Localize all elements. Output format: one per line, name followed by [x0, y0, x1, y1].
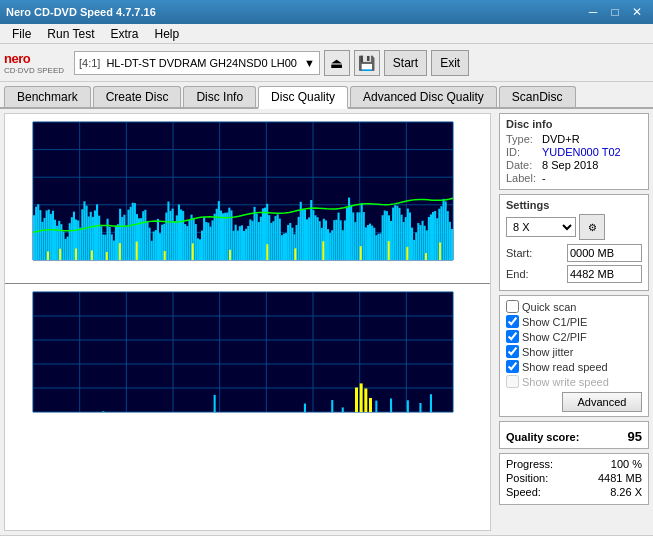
drive-name: HL-DT-ST DVDRAM GH24NSD0 LH00: [106, 57, 297, 69]
end-mb-row: End:: [506, 265, 642, 283]
disc-label-row: Label: -: [506, 172, 642, 184]
quality-score-label: Quality score:: [506, 431, 579, 443]
top-chart-canvas: [5, 114, 481, 282]
main-content: Disc info Type: DVD+R ID: YUDEN000 T02 D…: [0, 109, 653, 535]
progress-value: 100 %: [611, 458, 642, 470]
disc-id-row: ID: YUDEN000 T02: [506, 146, 642, 158]
tab-create-disc[interactable]: Create Disc: [93, 86, 182, 107]
speed-row: 8 X ⚙: [506, 214, 642, 240]
quality-score-row: Quality score: 95: [506, 429, 642, 444]
advanced-button[interactable]: Advanced: [562, 392, 642, 412]
settings-title: Settings: [506, 199, 642, 211]
menu-bar: File Run Test Extra Help: [0, 24, 653, 44]
settings-icon-btn[interactable]: ⚙: [579, 214, 605, 240]
logo: nero CD·DVD SPEED: [4, 51, 64, 75]
start-button[interactable]: Start: [384, 50, 427, 76]
quick-scan-checkbox[interactable]: [506, 300, 519, 313]
type-value: DVD+R: [542, 133, 580, 145]
quality-score-value: 95: [628, 429, 642, 444]
chart-bottom: [5, 284, 490, 530]
id-value: YUDEN000 T02: [542, 146, 621, 158]
quality-panel: Quality score: 95: [499, 421, 649, 449]
progress-panel: Progress: 100 % Position: 4481 MB Speed:…: [499, 453, 649, 505]
exit-button[interactable]: Exit: [431, 50, 469, 76]
drive-dropdown-icon[interactable]: ▼: [304, 57, 315, 69]
tab-disc-quality[interactable]: Disc Quality: [258, 86, 348, 109]
show-read-speed-checkbox[interactable]: [506, 360, 519, 373]
menu-extra[interactable]: Extra: [102, 25, 146, 43]
chart-area: [4, 113, 491, 531]
bottom-chart-canvas: [5, 284, 481, 434]
show-jitter-checkbox[interactable]: [506, 345, 519, 358]
eject-icon-btn[interactable]: ⏏: [324, 50, 350, 76]
title-bar: Nero CD-DVD Speed 4.7.7.16 ─ □ ✕: [0, 0, 653, 24]
maximize-button[interactable]: □: [605, 4, 625, 20]
speed-value: 8.26 X: [610, 486, 642, 498]
show-c1-label: Show C1/PIE: [522, 316, 587, 328]
tab-scan-disc[interactable]: ScanDisc: [499, 86, 576, 107]
show-c2-label: Show C2/PIF: [522, 331, 587, 343]
position-label: Position:: [506, 472, 548, 484]
progress-row: Progress: 100 %: [506, 458, 642, 470]
tab-advanced-disc-quality[interactable]: Advanced Disc Quality: [350, 86, 497, 107]
toolbar: nero CD·DVD SPEED [4:1] HL-DT-ST DVDRAM …: [0, 44, 653, 82]
disc-date-row: Date: 8 Sep 2018: [506, 159, 642, 171]
start-mb-label: Start:: [506, 247, 532, 259]
disc-info-panel: Disc info Type: DVD+R ID: YUDEN000 T02 D…: [499, 113, 649, 190]
minimize-button[interactable]: ─: [583, 4, 603, 20]
end-mb-input[interactable]: [567, 265, 642, 283]
tab-bar: Benchmark Create Disc Disc Info Disc Qua…: [0, 82, 653, 109]
type-label: Type:: [506, 133, 542, 145]
label-label: Label:: [506, 172, 542, 184]
label-value: -: [542, 172, 546, 184]
settings-panel: Settings 8 X ⚙ Start: End:: [499, 194, 649, 291]
start-mb-row: Start:: [506, 244, 642, 262]
start-mb-input[interactable]: [567, 244, 642, 262]
show-c1-pie-checkbox[interactable]: [506, 315, 519, 328]
show-jitter-row: Show jitter: [506, 345, 642, 358]
tab-disc-info[interactable]: Disc Info: [183, 86, 256, 107]
quick-scan-row: Quick scan: [506, 300, 642, 313]
chart-top: [5, 114, 490, 284]
right-panel: Disc info Type: DVD+R ID: YUDEN000 T02 D…: [495, 109, 653, 535]
menu-help[interactable]: Help: [147, 25, 188, 43]
date-label: Date:: [506, 159, 542, 171]
save-icon-btn[interactable]: 💾: [354, 50, 380, 76]
drive-selector[interactable]: [4:1] HL-DT-ST DVDRAM GH24NSD0 LH00 ▼: [74, 51, 320, 75]
tab-benchmark[interactable]: Benchmark: [4, 86, 91, 107]
end-mb-label: End:: [506, 268, 529, 280]
show-write-label: Show write speed: [522, 376, 609, 388]
show-jitter-label: Show jitter: [522, 346, 573, 358]
position-value: 4481 MB: [598, 472, 642, 484]
app-title: Nero CD-DVD Speed 4.7.7.16: [6, 6, 156, 18]
quick-scan-label: Quick scan: [522, 301, 576, 313]
show-write-speed-checkbox: [506, 375, 519, 388]
drive-label: [4:1]: [79, 57, 100, 69]
speed-select[interactable]: 8 X: [506, 217, 576, 237]
menu-file[interactable]: File: [4, 25, 39, 43]
show-c1-row: Show C1/PIE: [506, 315, 642, 328]
id-label: ID:: [506, 146, 542, 158]
show-c2-pif-checkbox[interactable]: [506, 330, 519, 343]
show-read-speed-row: Show read speed: [506, 360, 642, 373]
disc-info-title: Disc info: [506, 118, 642, 130]
menu-run-test[interactable]: Run Test: [39, 25, 102, 43]
window-controls: ─ □ ✕: [583, 4, 647, 20]
speed-label: Speed:: [506, 486, 541, 498]
position-row: Position: 4481 MB: [506, 472, 642, 484]
show-read-label: Show read speed: [522, 361, 608, 373]
logo-text: nero: [4, 51, 30, 66]
date-value: 8 Sep 2018: [542, 159, 598, 171]
logo-sub: CD·DVD SPEED: [4, 66, 64, 75]
close-button[interactable]: ✕: [627, 4, 647, 20]
speed-row: Speed: 8.26 X: [506, 486, 642, 498]
checkboxes-panel: Quick scan Show C1/PIE Show C2/PIF Show …: [499, 295, 649, 417]
show-c2-row: Show C2/PIF: [506, 330, 642, 343]
progress-label: Progress:: [506, 458, 553, 470]
disc-type-row: Type: DVD+R: [506, 133, 642, 145]
show-write-speed-row: Show write speed: [506, 375, 642, 388]
